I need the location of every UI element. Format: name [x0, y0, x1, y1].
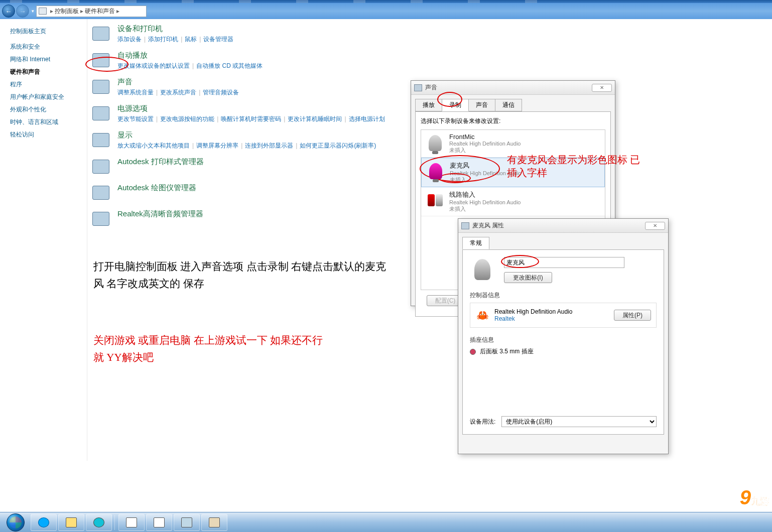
- start-button[interactable]: [2, 513, 29, 532]
- category-icon: [91, 209, 110, 228]
- close-button[interactable]: ✕: [592, 84, 612, 92]
- sidebar-item-ease[interactable]: 轻松访问: [10, 130, 83, 139]
- category-icon: [91, 130, 110, 150]
- category-icon: [91, 183, 110, 202]
- back-button[interactable]: ←: [2, 5, 15, 18]
- sound-dialog-titlebar[interactable]: 声音 ✕: [411, 81, 615, 95]
- tab-comm[interactable]: 通信: [495, 99, 522, 111]
- linein-icon: [425, 190, 445, 210]
- category-title[interactable]: Autodesk 绘图仪管理器: [117, 183, 196, 193]
- category-icon: [91, 104, 110, 123]
- taskbar-ie[interactable]: [31, 514, 57, 531]
- category-title[interactable]: 电源选项: [117, 104, 385, 113]
- category-links: 更改节能设置|更改电源按钮的功能|唤醒计算机时需要密码|更改计算机睡眠时间|选择…: [117, 115, 385, 123]
- category-link[interactable]: 添加设备: [117, 36, 142, 43]
- jack-section-label: 插座信息: [470, 336, 657, 344]
- sidebar-item-hardware[interactable]: 硬件和声音: [10, 68, 83, 76]
- sidebar-item-network[interactable]: 网络和 Internet: [10, 55, 83, 64]
- taskbar-running-2[interactable]: [146, 514, 172, 531]
- sidebar-item-appearance[interactable]: 外观和个性化: [10, 105, 83, 114]
- device-usage-select[interactable]: 使用此设备(启用): [501, 416, 657, 427]
- category-link[interactable]: 调整系统音量: [117, 89, 154, 96]
- tab-record[interactable]: 录制: [442, 99, 469, 111]
- category-link[interactable]: 管理音频设备: [203, 89, 239, 96]
- mic-icon: [461, 222, 469, 229]
- instruction-text-2: 关闭游戏 或重启电脑 在上游戏试一下 如果还不行 就 YY解决吧: [93, 332, 334, 366]
- category-title[interactable]: 自动播放: [117, 51, 263, 60]
- category-link[interactable]: 连接到外部显示器: [245, 142, 293, 149]
- category-title[interactable]: Autodesk 打印样式管理器: [117, 157, 204, 167]
- category-link[interactable]: 更改电源按钮的功能: [160, 115, 214, 122]
- device-microphone[interactable]: 麦克风 Realtek High Definition Audio 未插入: [421, 158, 605, 187]
- titlebar-strip: [0, 0, 772, 3]
- category-links: 添加设备|添加打印机|鼠标|设备管理器: [117, 35, 233, 44]
- prop-general-page: 更改图标(I) 控制器信息 🦀 Realtek High Definition …: [462, 249, 664, 435]
- category-link[interactable]: 鼠标: [185, 36, 197, 43]
- breadcrumb-current[interactable]: 硬件和声音: [85, 7, 115, 16]
- controller-properties-button[interactable]: 属性(P): [614, 310, 651, 321]
- category-link[interactable]: 添加打印机: [148, 36, 178, 43]
- category-0: 设备和打印机添加设备|添加打印机|鼠标|设备管理器: [91, 24, 772, 44]
- mic-large-icon: [470, 257, 495, 282]
- category-links: 放大或缩小文本和其他项目|调整屏幕分辨率|连接到外部显示器|如何更正显示器闪烁(…: [117, 142, 376, 150]
- category-link[interactable]: 设备管理器: [203, 36, 233, 43]
- controller-vendor[interactable]: Realtek: [494, 315, 609, 322]
- category-title[interactable]: 声音: [117, 77, 239, 87]
- mic-properties-dialog: 麦克风 属性 ✕ 常规 更改图标(I) 控制器信息 🦀 Realtek High…: [458, 218, 669, 454]
- explorer-nav-bar: ← → ▾ ▸ 控制面板 ▸ 硬件和声音 ▸: [0, 3, 772, 19]
- controller-info-box: 🦀 Realtek High Definition Audio Realtek …: [470, 303, 657, 328]
- sound-tabs: 播放 录制 声音 通信: [411, 95, 615, 111]
- jack-value: 后面板 3.5 mm 插座: [480, 347, 534, 356]
- category-title[interactable]: 显示: [117, 130, 376, 140]
- taskbar-running-3[interactable]: [174, 514, 200, 531]
- watermark-logo: 9九游: [740, 486, 769, 509]
- controller-name: Realtek High Definition Audio: [494, 308, 609, 315]
- device-name-input[interactable]: [504, 257, 624, 268]
- nav-dropdown-icon[interactable]: ▾: [30, 9, 35, 14]
- taskbar-app1[interactable]: [86, 514, 112, 531]
- sidebar-item-programs[interactable]: 程序: [10, 80, 83, 89]
- sidebar-item-users[interactable]: 用户帐户和家庭安全: [10, 93, 83, 101]
- device-frontmic[interactable]: FrontMic Realtek High Definition Audio 未…: [421, 130, 605, 158]
- sidebar-item-system[interactable]: 系统和安全: [10, 43, 83, 51]
- prop-dialog-titlebar[interactable]: 麦克风 属性 ✕: [458, 219, 668, 233]
- category-icon: [91, 77, 110, 96]
- instruction-text-1: 打开电脑控制面板 进入声音选项 点击录制 右键点击默认的麦克风 名字改成英文的 …: [93, 258, 395, 292]
- category-link[interactable]: 唤醒计算机时需要密码: [221, 115, 281, 122]
- taskbar-separator: [114, 515, 116, 530]
- category-link[interactable]: 自动播放 CD 或其他媒体: [196, 62, 263, 69]
- prop-tabs: 常规: [458, 233, 668, 249]
- category-link[interactable]: 更改计算机睡眠时间: [288, 115, 342, 122]
- taskbar: [0, 512, 772, 532]
- category-icon: [91, 51, 110, 70]
- taskbar-running-1[interactable]: [118, 514, 145, 531]
- tab-playback[interactable]: 播放: [415, 99, 442, 111]
- taskbar-running-4[interactable]: [201, 514, 227, 531]
- change-icon-button[interactable]: 更改图标(I): [504, 272, 552, 283]
- category-link[interactable]: 调整屏幕分辨率: [196, 142, 238, 149]
- category-link[interactable]: 如何更正显示器闪烁(刷新率): [300, 142, 376, 149]
- taskbar-explorer[interactable]: [58, 514, 84, 531]
- category-title[interactable]: 设备和打印机: [117, 24, 233, 34]
- mic-icon: [425, 133, 445, 153]
- category-title[interactable]: Realtek高清晰音频管理器: [117, 209, 203, 219]
- control-panel-icon: [39, 8, 47, 15]
- sidebar-item-clock[interactable]: 时钟、语言和区域: [10, 118, 83, 126]
- device-linein[interactable]: 线路输入 Realtek High Definition Audio 未插入: [421, 187, 605, 216]
- close-button[interactable]: ✕: [645, 222, 665, 230]
- category-link[interactable]: 选择电源计划: [349, 115, 385, 122]
- realtek-crab-icon: 🦀: [475, 309, 489, 321]
- breadcrumb[interactable]: ▸ 控制面板 ▸ 硬件和声音 ▸: [36, 6, 147, 17]
- tab-sounds[interactable]: 声音: [468, 99, 495, 111]
- tab-general[interactable]: 常规: [462, 237, 489, 249]
- category-link[interactable]: 更改节能设置: [117, 115, 154, 122]
- category-link[interactable]: 更改系统声音: [160, 89, 196, 96]
- sidebar-home[interactable]: 控制面板主页: [10, 27, 83, 36]
- category-link[interactable]: 放大或缩小文本和其他项目: [117, 142, 190, 149]
- category-link[interactable]: 更改媒体或设备的默认设置: [117, 62, 190, 69]
- breadcrumb-root[interactable]: 控制面板: [55, 7, 79, 16]
- usage-label: 设备用法:: [470, 418, 495, 426]
- forward-button[interactable]: →: [16, 5, 29, 18]
- mic-icon: [426, 161, 446, 181]
- record-hint: 选择以下录制设备来修改设置:: [421, 117, 605, 125]
